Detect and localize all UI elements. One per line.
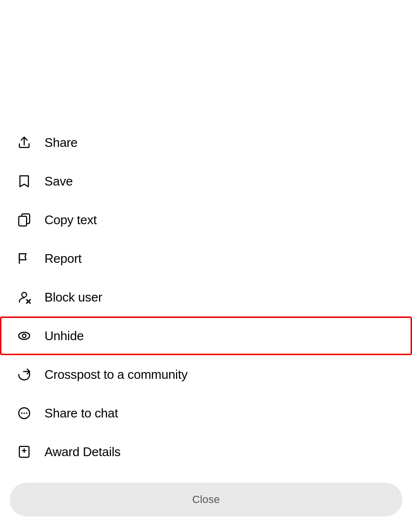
close-button[interactable]: Close bbox=[10, 483, 402, 517]
menu-item-award-details-label: Award Details bbox=[44, 445, 120, 460]
crosspost-icon bbox=[15, 366, 33, 383]
award-icon bbox=[15, 443, 33, 460]
share-icon bbox=[15, 134, 33, 151]
menu-item-copy-text[interactable]: Copy text bbox=[0, 201, 412, 239]
menu-item-crosspost-label: Crosspost to a community bbox=[44, 367, 188, 382]
menu-item-report-label: Report bbox=[44, 251, 82, 266]
svg-point-6 bbox=[19, 332, 30, 340]
menu-item-share-to-chat-label: Share to chat bbox=[44, 406, 118, 421]
menu-item-crosspost[interactable]: Crosspost to a community bbox=[0, 355, 412, 394]
close-button-wrapper: Close bbox=[0, 475, 412, 532]
svg-point-3 bbox=[22, 292, 27, 297]
share-chat-icon bbox=[15, 404, 33, 422]
copy-text-icon bbox=[15, 211, 33, 229]
menu-item-share[interactable]: Share bbox=[0, 123, 412, 162]
svg-rect-1 bbox=[19, 216, 27, 226]
menu-item-award-details[interactable]: Award Details bbox=[0, 432, 412, 471]
action-sheet: Share Save Copy text Report bbox=[0, 119, 412, 532]
save-icon bbox=[15, 173, 33, 190]
menu-item-unhide-label: Unhide bbox=[44, 329, 84, 344]
block-user-icon bbox=[15, 288, 33, 306]
menu-item-unhide[interactable]: Unhide bbox=[0, 316, 412, 355]
menu-item-block-user-label: Block user bbox=[44, 290, 102, 305]
menu-item-share-to-chat[interactable]: Share to chat bbox=[0, 394, 412, 432]
report-icon bbox=[15, 250, 33, 267]
menu-item-block-user[interactable]: Block user bbox=[0, 278, 412, 316]
menu-item-save[interactable]: Save bbox=[0, 162, 412, 201]
menu-item-report[interactable]: Report bbox=[0, 239, 412, 278]
menu-item-share-label: Share bbox=[44, 135, 77, 150]
menu-item-save-label: Save bbox=[44, 174, 73, 189]
unhide-icon bbox=[15, 327, 33, 345]
svg-point-7 bbox=[22, 334, 26, 338]
menu-item-copy-text-label: Copy text bbox=[44, 213, 97, 228]
